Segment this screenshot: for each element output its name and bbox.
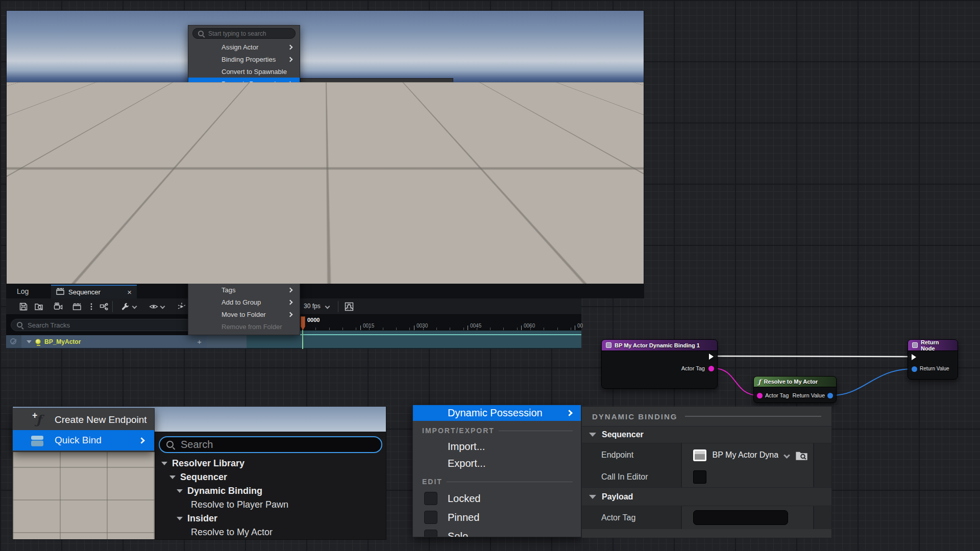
- endpoint-value[interactable]: Unbound: [374, 110, 399, 117]
- tree-item-resolve-to-my-actor[interactable]: Resolve to My Actor: [155, 525, 386, 539]
- track-row-bp-myactor[interactable]: BP_MyActor +: [21, 335, 207, 349]
- menu-item-rename[interactable]: RenameF2: [188, 260, 300, 272]
- menu-item-delete[interactable]: Delete: [188, 236, 300, 248]
- wrench-icon[interactable]: [121, 302, 130, 311]
- menu-item-assign-actor[interactable]: Assign Actor: [188, 41, 300, 53]
- menu-item-tags[interactable]: Tags: [188, 284, 300, 296]
- menu-item-import[interactable]: Import...: [413, 438, 581, 455]
- endpoint-value[interactable]: BP My Actor Dyna: [713, 450, 779, 460]
- eye-icon[interactable]: [149, 302, 158, 311]
- group-row-sequencer[interactable]: Sequencer: [301, 91, 453, 106]
- collapse-triangle-icon[interactable]: [307, 97, 312, 100]
- tree-item-resolve-to-player-pawn[interactable]: Resolve to Player Pawn: [155, 498, 386, 512]
- checkbox[interactable]: [193, 162, 202, 171]
- menu-item-import[interactable]: Import...: [188, 102, 300, 114]
- collapse-triangle-icon[interactable]: [27, 340, 32, 343]
- curve-editor-icon[interactable]: [345, 302, 354, 311]
- tree-item-dynamic-binding[interactable]: Dynamic Binding: [461, 171, 615, 180]
- menu-toggle-solo[interactable]: Solo: [413, 527, 581, 537]
- menu-toggle-locked[interactable]: Locked: [413, 489, 581, 508]
- function-node-resolve-to-my-actor[interactable]: ƒ Resolve to My Actor Actor Tag Return V…: [753, 376, 837, 403]
- event-node-bp-my-actor-dynamic-binding[interactable]: BP My Actor Dynamic Binding 1 Actor Tag: [601, 339, 718, 389]
- checkbox[interactable]: [424, 530, 437, 537]
- menu-toggle-locked[interactable]: Locked: [188, 136, 300, 148]
- menu-item-binding-properties[interactable]: Binding Properties: [188, 53, 300, 65]
- group-row-payload[interactable]: Payload: [582, 487, 831, 506]
- menu-item-export[interactable]: Export...: [188, 114, 300, 126]
- playback-options-icon[interactable]: [177, 302, 186, 311]
- menu-toggle-solo[interactable]: Solo: [188, 161, 300, 173]
- tree-item-resolver-library[interactable]: Resolver Library: [155, 457, 386, 470]
- menu-toggle-mute[interactable]: Mute: [188, 173, 300, 185]
- fps-selector[interactable]: 30 fps: [304, 303, 321, 310]
- eye-dropdown-chevron[interactable]: [160, 304, 165, 309]
- menu-item-add-to-group[interactable]: Add to Group: [188, 296, 300, 308]
- tree-item-sequencer[interactable]: Sequencer: [155, 470, 386, 484]
- menu-item-quick-bind[interactable]: Quick Bind: [366, 133, 462, 146]
- resolver-search-input[interactable]: Search: [465, 137, 611, 151]
- menu-item-dynamic-possession[interactable]: Dynamic Possession: [413, 405, 581, 421]
- actor-sequence-icon[interactable]: [100, 302, 109, 311]
- checkbox[interactable]: [193, 174, 202, 183]
- actor-tag-input[interactable]: [693, 510, 788, 525]
- actor-tag-input-pin[interactable]: [757, 393, 763, 398]
- close-icon[interactable]: ×: [127, 288, 132, 296]
- tree-item-sequencer[interactable]: Sequencer: [461, 162, 615, 171]
- menu-item-cut[interactable]: CutCTRL+X: [188, 187, 300, 199]
- tree-item-insider[interactable]: Insider: [155, 512, 386, 525]
- menu-item-quick-bind[interactable]: Quick Bind: [13, 430, 154, 450]
- menu-item-duplicate[interactable]: DuplicateCTRL+D: [188, 223, 300, 236]
- endpoint-dropdown-chevron[interactable]: [409, 111, 414, 116]
- track-lane[interactable]: [247, 334, 581, 349]
- checkbox[interactable]: [424, 492, 437, 505]
- return-node[interactable]: Return Node Return Value: [908, 339, 958, 380]
- exec-output-pin[interactable]: [709, 354, 714, 360]
- resolver-search-input[interactable]: Search: [159, 436, 382, 453]
- browse-endpoint-icon[interactable]: [795, 450, 808, 461]
- render-movie-icon[interactable]: [72, 302, 82, 311]
- collapse-triangle-icon[interactable]: [161, 462, 167, 465]
- menu-search-input[interactable]: Start typing to search: [192, 28, 296, 39]
- menu-toggle-pinned[interactable]: Pinned: [188, 148, 300, 161]
- menu-item-create-new-endpoint[interactable]: +ƒ Create New Endpoint: [366, 120, 462, 133]
- menu-item-dynamic-possession[interactable]: Dynamic Possession: [188, 78, 300, 90]
- collapse-triangle-icon[interactable]: [589, 433, 596, 437]
- options-dots-icon[interactable]: [87, 302, 96, 311]
- menu-item-move-to-folder[interactable]: Move to Folder: [188, 308, 300, 320]
- exec-input-pin[interactable]: [912, 354, 916, 360]
- tab-log[interactable]: Log: [17, 287, 29, 295]
- endpoint-dropdown-chevron[interactable]: [783, 452, 790, 459]
- menu-toggle-pinned[interactable]: Pinned: [413, 508, 581, 527]
- collapse-triangle-icon[interactable]: [169, 475, 176, 479]
- collapse-triangle-icon[interactable]: [177, 517, 183, 520]
- save-icon[interactable]: [19, 302, 28, 311]
- checkbox[interactable]: [193, 138, 202, 146]
- fps-dropdown-chevron[interactable]: [325, 304, 330, 309]
- wrench-dropdown-chevron[interactable]: [132, 304, 137, 309]
- menu-item-convert-to-spawnable[interactable]: Convert to Spawnable: [188, 65, 300, 78]
- menu-item-create-new-endpoint[interactable]: +ƒ Create New Endpoint: [13, 410, 154, 430]
- return-value-output-pin[interactable]: [827, 393, 833, 398]
- tree-item-resolver-library[interactable]: Resolver Library: [461, 153, 615, 162]
- add-track-button[interactable]: +: [197, 337, 202, 346]
- tab-sequencer[interactable]: Sequencer ×: [51, 285, 137, 298]
- collapse-triangle-icon[interactable]: [465, 156, 469, 159]
- menu-item-copy[interactable]: CopyCTRL+C: [188, 199, 300, 211]
- menu-item-export[interactable]: Export...: [413, 455, 581, 472]
- checkbox[interactable]: [193, 150, 202, 159]
- browse-icon[interactable]: [34, 302, 43, 311]
- group-row-sequencer[interactable]: Sequencer: [582, 426, 831, 443]
- timeline-ruler[interactable]: 0015 0030 0045 0060 00: [300, 315, 581, 331]
- tree-item-dynamic-binding[interactable]: Dynamic Binding: [155, 484, 386, 498]
- browse-endpoint-icon[interactable]: [419, 110, 428, 118]
- collapse-triangle-icon[interactable]: [589, 495, 596, 499]
- checkbox[interactable]: [424, 511, 437, 524]
- actor-tag-output-pin[interactable]: [708, 366, 714, 371]
- collapse-triangle-icon[interactable]: [177, 489, 183, 493]
- collapse-triangle-icon[interactable]: [471, 165, 475, 168]
- tree-item-resolve-to-player-pawn[interactable]: Resolve to Player Pawn: [461, 180, 615, 189]
- menu-item-delete-and-keep-state[interactable]: Delete and Keep State: [188, 248, 300, 260]
- collapse-triangle-icon[interactable]: [477, 174, 481, 177]
- camera-icon[interactable]: [54, 302, 63, 311]
- return-value-input-pin[interactable]: [912, 366, 917, 372]
